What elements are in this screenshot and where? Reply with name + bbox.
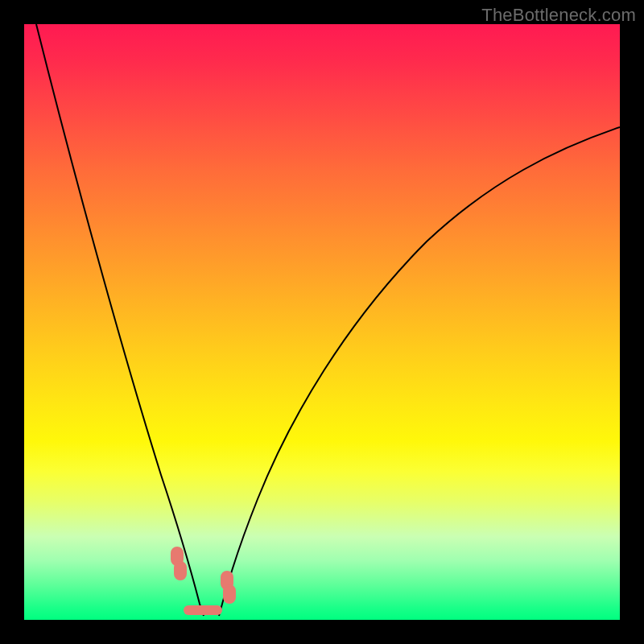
marker-dot [175, 562, 186, 580]
marker-dot [224, 585, 235, 603]
chart-plot-area [24, 24, 620, 620]
curve-left-branch [36, 24, 204, 616]
curve-right-branch [219, 127, 620, 616]
curve-layer [24, 24, 620, 620]
watermark-text: TheBottleneck.com [481, 5, 636, 26]
